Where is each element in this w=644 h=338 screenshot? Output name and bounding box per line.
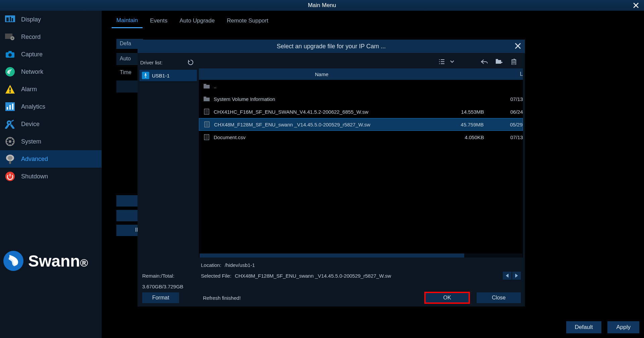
close-icon bbox=[514, 42, 522, 50]
sidebar-item-label: Display bbox=[21, 16, 41, 23]
svg-rect-34 bbox=[204, 97, 206, 98]
horizontal-scrollbar[interactable] bbox=[200, 253, 522, 258]
svg-rect-24 bbox=[9, 161, 11, 164]
prev-file-button[interactable] bbox=[503, 272, 512, 280]
sidebar-item-label: Analytics bbox=[21, 103, 45, 110]
advanced-icon bbox=[5, 154, 15, 164]
back-button[interactable] bbox=[481, 58, 488, 65]
sidebar-item-label: Alarm bbox=[21, 86, 37, 93]
file-date: 06/24 bbox=[495, 109, 523, 115]
ok-button[interactable]: OK bbox=[425, 292, 469, 303]
file-row[interactable]: System Volume Information07/13 bbox=[199, 93, 523, 105]
triangle-right-icon bbox=[515, 274, 518, 278]
close-button[interactable]: Close bbox=[477, 292, 521, 303]
sidebar-item-label: Advanced bbox=[21, 156, 48, 163]
file-rows: ..System Volume Information07/13CHX41HC_… bbox=[199, 80, 523, 258]
new-folder-icon bbox=[496, 59, 502, 64]
file-date: 05/29 bbox=[494, 122, 523, 127]
scrollbar-thumb[interactable] bbox=[200, 253, 464, 258]
svg-rect-14 bbox=[7, 107, 8, 110]
close-icon bbox=[633, 2, 639, 9]
tab-auto-upgrade[interactable]: Auto Upgrade bbox=[175, 17, 219, 27]
selected-file-label: Selected File: bbox=[201, 273, 231, 279]
view-dropdown[interactable] bbox=[448, 58, 456, 65]
footer-buttons: Default Apply bbox=[566, 321, 639, 333]
view-mode-button[interactable] bbox=[438, 58, 446, 65]
remain-value: 3.670GB/3.729GB bbox=[142, 284, 201, 289]
chevron-down-icon bbox=[450, 60, 454, 63]
file-size: 45.759MB bbox=[440, 122, 490, 127]
usb-icon bbox=[142, 72, 149, 79]
new-folder-button[interactable] bbox=[495, 58, 503, 65]
sidebar-item-display[interactable]: Display bbox=[0, 11, 102, 28]
sidebar-item-advanced[interactable]: Advanced bbox=[0, 150, 102, 168]
trash-icon bbox=[512, 59, 516, 65]
svg-point-21 bbox=[9, 140, 11, 143]
file-row[interactable]: CHX41HC_F16M_SF_ENU_SWANN_V4.41.5.2-2006… bbox=[199, 105, 523, 118]
modal-footer: Location: /hidev/usb1-1 Remain:/Total: S… bbox=[138, 258, 525, 306]
sidebar-item-network[interactable]: Network bbox=[0, 63, 102, 80]
apply-button[interactable]: Apply bbox=[607, 321, 639, 333]
modal-body: Driver list: USB1-1 bbox=[138, 53, 525, 258]
tab-events[interactable]: Events bbox=[145, 17, 172, 27]
sidebar-item-record[interactable]: Record bbox=[0, 28, 102, 46]
list-icon bbox=[439, 59, 445, 64]
driver-pane: Driver list: USB1-1 bbox=[138, 53, 197, 258]
system-icon bbox=[5, 136, 15, 147]
svg-rect-2 bbox=[10, 17, 11, 21]
driver-name: USB1-1 bbox=[152, 73, 170, 78]
svg-point-23 bbox=[8, 156, 12, 160]
sidebar-item-label: System bbox=[21, 138, 41, 145]
sidebar-item-system[interactable]: System bbox=[0, 133, 102, 150]
sidebar: Display Record Capture Network Alarm Ana… bbox=[0, 11, 102, 338]
driver-list: USB1-1 bbox=[140, 70, 197, 81]
file-icon bbox=[204, 121, 210, 127]
svg-rect-3 bbox=[12, 18, 13, 21]
file-icon bbox=[204, 109, 210, 115]
svg-rect-1 bbox=[6, 17, 9, 21]
svg-rect-15 bbox=[9, 105, 11, 110]
format-button[interactable]: Format bbox=[142, 292, 179, 303]
window-close-button[interactable] bbox=[632, 1, 640, 9]
svg-rect-19 bbox=[11, 120, 14, 122]
triangle-left-icon bbox=[505, 274, 509, 278]
file-row[interactable]: CHX48M_F128M_SF_ENU_swann _V14.45.5.0-20… bbox=[199, 118, 523, 131]
file-date: 07/13 bbox=[495, 134, 523, 140]
title-bar: Main Menu bbox=[0, 0, 644, 11]
col-date[interactable]: L bbox=[495, 71, 523, 77]
modal-title-bar: Select an upgrade file for your IP Cam .… bbox=[138, 40, 525, 53]
modal-close-button[interactable] bbox=[514, 42, 522, 50]
location-label: Location: bbox=[201, 262, 221, 268]
window-title: Main Menu bbox=[308, 2, 336, 9]
brand-text: Swann® bbox=[28, 252, 88, 270]
file-row[interactable]: .. bbox=[199, 80, 523, 93]
driver-item-usb[interactable]: USB1-1 bbox=[140, 70, 197, 81]
default-button[interactable]: Default bbox=[566, 321, 602, 333]
file-icon bbox=[204, 134, 210, 140]
sidebar-item-capture[interactable]: Capture bbox=[0, 46, 102, 63]
sidebar-item-shutdown[interactable]: Shutdown bbox=[0, 168, 102, 185]
sidebar-item-device[interactable]: Device bbox=[0, 115, 102, 133]
delete-button[interactable] bbox=[510, 58, 518, 65]
driver-top: Driver list: bbox=[140, 56, 197, 68]
file-name: CHX48M_F128M_SF_ENU_swann _V14.45.5.0-20… bbox=[214, 122, 436, 127]
next-file-button[interactable] bbox=[512, 272, 521, 280]
shutdown-icon bbox=[5, 171, 15, 181]
selected-file-value: CHX48M_F128M_SF_ENU_swann _V14.45.5.0-20… bbox=[235, 273, 499, 279]
file-row[interactable]: Document.csv4.050KB07/13 bbox=[199, 131, 523, 144]
location-value: /hidev/usb1-1 bbox=[225, 262, 521, 268]
sidebar-item-label: Network bbox=[21, 68, 43, 75]
modal-title: Select an upgrade file for your IP Cam .… bbox=[277, 43, 386, 50]
file-list-header: Name L bbox=[199, 68, 523, 80]
refresh-button[interactable] bbox=[187, 59, 194, 65]
alarm-icon bbox=[5, 84, 15, 94]
tab-maintain[interactable]: Maintain bbox=[112, 17, 143, 28]
sidebar-item-analytics[interactable]: Analytics bbox=[0, 98, 102, 115]
folder-icon bbox=[204, 83, 210, 89]
record-icon bbox=[5, 32, 15, 42]
back-arrow-icon bbox=[481, 59, 488, 64]
svg-rect-12 bbox=[9, 91, 11, 93]
sidebar-item-alarm[interactable]: Alarm bbox=[0, 80, 102, 98]
col-name[interactable]: Name bbox=[199, 71, 444, 77]
tab-remote-support[interactable]: Remote Support bbox=[222, 17, 273, 27]
